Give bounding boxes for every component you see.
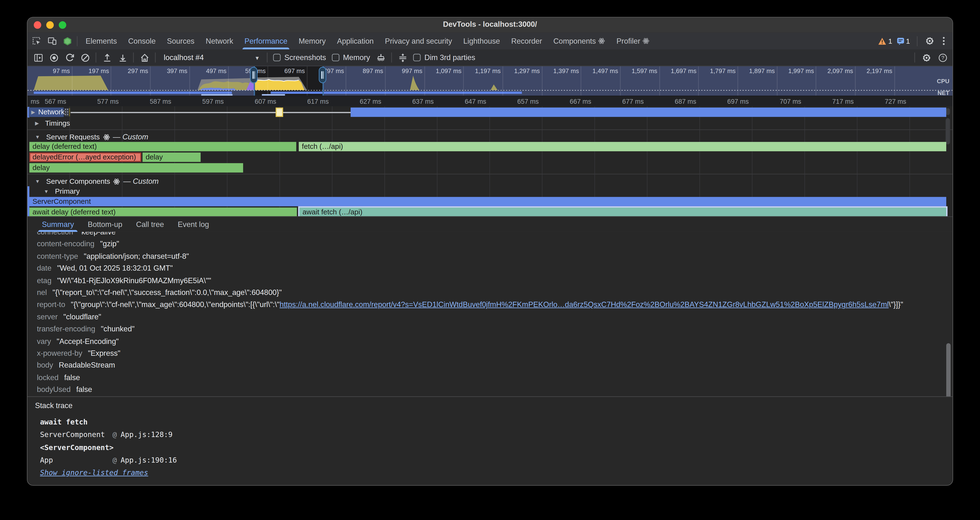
show-ignore-listed-frames-link[interactable]: Show ignore-listed frames xyxy=(40,468,148,477)
collect-garbage-icon[interactable] xyxy=(376,52,386,62)
summary-row: report-to"{\"group\":\"cf-nel\",\"max_ag… xyxy=(27,299,953,311)
performance-toolbar: localhost #4 ▾ Screenshots Memory xyxy=(27,49,953,66)
details-tab-event-log[interactable]: Event log xyxy=(171,217,216,232)
header-key: connection xyxy=(37,232,73,236)
ruler-tick-label: 657 ms xyxy=(501,97,539,105)
event-bar[interactable]: delay xyxy=(143,153,200,162)
inspect-element-icon[interactable] xyxy=(29,35,43,46)
toggle-sidebar-icon[interactable] xyxy=(33,52,43,62)
selection-right-handle[interactable] xyxy=(322,66,324,96)
download-profile-icon[interactable] xyxy=(118,52,127,62)
summary-row: x-powered-by"Express" xyxy=(27,348,953,359)
event-bar[interactable]: await fetch (…/api) xyxy=(299,207,946,216)
header-value: "W/\"4b1-RjEJloX9kRinu6F0MAZMmy6E5iA\"" xyxy=(57,276,211,285)
ruler-tick-label: 687 ms xyxy=(659,97,697,105)
server-requests-header[interactable]: ▼ Server Requests — Custom xyxy=(35,132,148,141)
clear-icon[interactable] xyxy=(80,52,90,62)
settings-gear-icon[interactable] xyxy=(924,36,934,46)
header-value: "cloudflare" xyxy=(64,312,101,321)
tab-console[interactable]: Console xyxy=(123,33,161,49)
tab-lighthouse[interactable]: Lighthouse xyxy=(458,33,506,49)
stack-trace-title: Stack trace xyxy=(35,401,73,410)
ruler-tick-label: 627 ms xyxy=(344,97,382,105)
panel-extension-icon xyxy=(643,38,650,45)
timings-track[interactable]: ▶ Timings xyxy=(27,118,953,129)
summary-row: content-encoding"gzip" xyxy=(27,239,953,251)
summary-pane[interactable]: connection"keep-alive"content-encoding"g… xyxy=(27,232,953,396)
header-value: "Express" xyxy=(88,349,120,358)
extension-icon[interactable] xyxy=(60,35,74,46)
chevron-down-icon[interactable]: ▼ xyxy=(35,134,40,140)
tab-performance[interactable]: Performance xyxy=(239,33,293,49)
record-icon[interactable] xyxy=(49,52,59,62)
flame-chart[interactable]: ▶Network ▶ Timings ▼ Server Requests xyxy=(27,107,953,216)
server-components-header[interactable]: ▼ Server Components — Custom xyxy=(35,177,159,186)
event-bar[interactable]: delay xyxy=(29,163,243,172)
profile-select[interactable]: localhost #4 ▾ xyxy=(161,53,261,62)
tab-network[interactable]: Network xyxy=(200,33,239,49)
source-location-link[interactable]: App.js:128:9 xyxy=(121,430,172,439)
event-bar[interactable]: delay (deferred text) xyxy=(29,142,296,151)
device-toolbar-icon[interactable] xyxy=(45,35,59,46)
checkbox-box[interactable] xyxy=(273,54,281,61)
tab-memory[interactable]: Memory xyxy=(293,33,331,49)
chevron-right-icon[interactable]: ▶ xyxy=(35,120,39,126)
checkbox-box[interactable] xyxy=(413,54,420,61)
details-tab-bottom-up[interactable]: Bottom-up xyxy=(81,217,129,232)
ruler-tick-label: 647 ms xyxy=(449,97,486,105)
track-drag-grip[interactable] xyxy=(64,108,69,116)
primary-group-header[interactable]: ▼ Primary xyxy=(44,188,80,195)
home-icon[interactable] xyxy=(139,52,149,62)
timeline-overview[interactable]: 97 ms197 ms297 ms397 ms497 ms597 ms697 m… xyxy=(27,66,953,96)
summary-row: nel"{\"report_to\":\"cf-nel\",\"success_… xyxy=(27,287,953,299)
help-icon[interactable]: ? xyxy=(937,52,947,62)
issues-badge[interactable]: 1 xyxy=(897,37,910,45)
event-bar[interactable]: fetch (…/api) xyxy=(299,142,946,151)
kebab-menu-icon[interactable] xyxy=(939,36,949,46)
at-symbol: @ xyxy=(113,430,117,439)
network-track[interactable]: ▶Network xyxy=(27,107,953,118)
details-tab-summary[interactable]: Summary xyxy=(35,217,81,232)
tab-label: Performance xyxy=(245,37,288,45)
track-indicator xyxy=(27,186,29,216)
selection-left-handle[interactable] xyxy=(254,66,255,96)
selected-network-request-bar[interactable] xyxy=(275,108,283,117)
checkbox-box[interactable] xyxy=(332,54,339,61)
ruler-tick-label: 717 ms xyxy=(816,97,854,105)
toolbar-separator xyxy=(133,52,134,62)
header-value: ReadableStream xyxy=(59,361,115,369)
reload-record-icon[interactable] xyxy=(64,52,74,62)
capture-settings-gear-icon[interactable] xyxy=(921,52,931,62)
chevron-right-icon[interactable]: ▶ xyxy=(31,110,35,115)
tab-application[interactable]: Application xyxy=(331,33,379,49)
chevron-down-icon[interactable]: ▼ xyxy=(44,188,49,194)
details-tab-call-tree[interactable]: Call tree xyxy=(129,217,171,232)
tab-recorder[interactable]: Recorder xyxy=(506,33,548,49)
memory-checkbox[interactable]: Memory xyxy=(332,53,370,62)
tabbar-right-cluster: 1 1 xyxy=(878,33,949,49)
tab-components[interactable]: Components xyxy=(547,33,611,49)
header-value: "gzip" xyxy=(100,240,119,248)
event-bar[interactable]: await delay (deferred text) xyxy=(29,207,297,216)
source-location-link[interactable]: App.js:190:16 xyxy=(121,456,177,464)
screenshots-checkbox[interactable]: Screenshots xyxy=(273,53,326,62)
tab-label: Elements xyxy=(86,37,117,45)
tab-privacy-and-security[interactable]: Privacy and security xyxy=(379,33,458,49)
tab-sources[interactable]: Sources xyxy=(161,33,200,49)
collapse-overview-icon[interactable] xyxy=(398,52,407,62)
svg-text:?: ? xyxy=(941,54,944,60)
tab-profiler[interactable]: Profiler xyxy=(611,33,655,49)
tab-label: Components xyxy=(554,37,596,45)
report-url-link[interactable]: https://a.nel.cloudflare.com/report/v4?s… xyxy=(280,300,889,309)
event-bar[interactable]: ServerComponent xyxy=(29,197,946,206)
network-track-label[interactable]: ▶Network xyxy=(29,108,68,117)
overview-tick-label: 2,097 ms xyxy=(816,68,853,75)
network-request-bar[interactable] xyxy=(351,108,946,117)
tabbar-separator xyxy=(77,36,78,46)
warnings-badge[interactable]: 1 xyxy=(878,37,892,45)
dim-3rd-parties-checkbox[interactable]: Dim 3rd parties xyxy=(413,53,475,62)
chevron-down-icon[interactable]: ▼ xyxy=(35,178,40,184)
tab-elements[interactable]: Elements xyxy=(80,33,123,49)
upload-profile-icon[interactable] xyxy=(102,52,111,62)
event-bar[interactable]: delayedError (…ayed exception) xyxy=(29,153,141,162)
